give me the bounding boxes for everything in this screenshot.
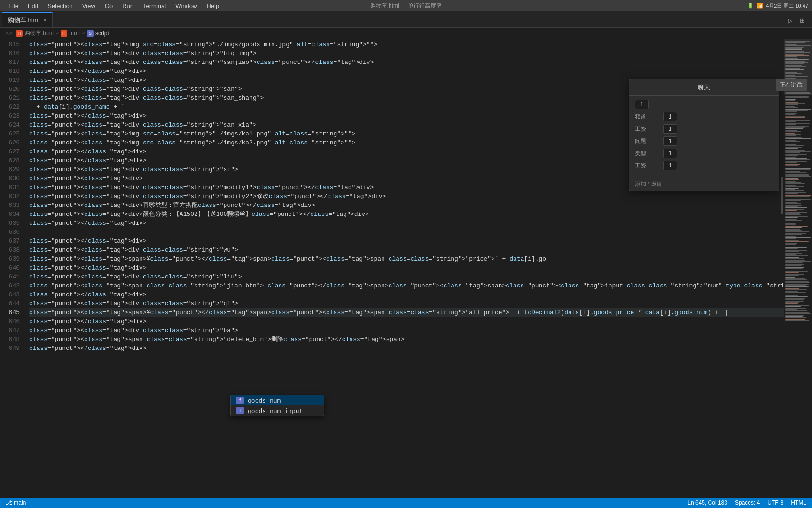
tab-bar: 购物车.html × ▷ ⊞ — [0, 11, 812, 28]
autocomplete-item-icon: f — [236, 407, 244, 414]
tab-shopping-cart[interactable]: 购物车.html × — [2, 12, 53, 27]
code-line[interactable]: class="punct"><class="tag">div class=cla… — [29, 49, 784, 58]
code-line[interactable]: class="punct"></class="tag">div> — [29, 263, 784, 272]
code-line[interactable]: class="punct"></class="tag">div> — [29, 317, 784, 326]
minimap-line — [785, 182, 801, 183]
run-button[interactable]: ▷ — [786, 14, 795, 27]
minimap-line — [785, 251, 799, 252]
code-line[interactable]: class="punct"><class="tag">img src=class… — [29, 40, 784, 49]
autocomplete-dropdown[interactable]: fgoods_numfgoods_num_input — [230, 395, 324, 416]
file-encoding[interactable]: UTF-8 — [767, 500, 783, 506]
minimap-line — [785, 130, 797, 131]
menu-go[interactable]: Go — [100, 0, 117, 11]
minimap-line — [785, 189, 795, 190]
minimap-line — [785, 219, 797, 220]
line-number: 615 — [0, 40, 20, 49]
cursor-position[interactable]: Ln 645, Col 183 — [687, 500, 727, 506]
minimap-line — [785, 127, 805, 128]
line-number: 639 — [0, 254, 20, 263]
code-line[interactable]: class="punct"></class="tag">div> — [29, 219, 784, 228]
minimap-line — [785, 275, 799, 276]
minimap-line — [785, 202, 797, 203]
minimap[interactable] — [784, 39, 812, 498]
code-line[interactable]: class="punct"><class="tag">span>¥class="… — [29, 254, 784, 263]
minimap-line — [785, 183, 805, 184]
menu-view[interactable]: View — [78, 0, 100, 11]
indentation[interactable]: Spaces: 4 — [735, 500, 760, 506]
minimap-line — [785, 143, 807, 143]
chat-label: 工资 — [635, 125, 663, 133]
line-number: 624 — [0, 120, 20, 129]
minimap-line — [785, 181, 796, 182]
code-line[interactable]: class="punct"><class="tag">div class=cla… — [29, 326, 784, 335]
code-line[interactable]: class="punct"><class="tag">div class=cla… — [29, 246, 784, 254]
minimap-line — [785, 312, 809, 313]
minimap-line — [785, 123, 810, 124]
tab-close-button[interactable]: × — [43, 17, 47, 24]
line-number: 632 — [0, 192, 20, 201]
autocomplete-item[interactable]: fgoods_num_input — [231, 405, 324, 416]
code-line[interactable]: class="punct"></class="tag">div> — [29, 344, 784, 353]
minimap-line — [785, 302, 799, 303]
code-line[interactable]: class="punct"></class="tag">div> — [29, 290, 784, 299]
code-line[interactable]: class="punct"></class="tag">div> — [29, 67, 784, 76]
code-line[interactable]: class="punct"></class="tag">div> — [29, 237, 784, 246]
breadcrumb-html[interactable]: H html — [61, 30, 80, 37]
minimap-line — [785, 131, 801, 132]
chat-header: 聊天 — [629, 79, 779, 96]
code-line[interactable]: class="punct"><class="tag">div class=cla… — [29, 272, 784, 281]
code-line[interactable] — [29, 228, 784, 237]
vertical-scrollbar[interactable] — [780, 39, 784, 498]
minimap-line — [785, 271, 808, 272]
autocomplete-item-label: goods_num_input — [248, 407, 303, 414]
line-number: 648 — [0, 335, 20, 344]
minimap-line — [785, 247, 807, 248]
minimap-line — [785, 188, 799, 189]
tab-label: 购物车.html — [8, 16, 39, 24]
minimap-line — [785, 246, 800, 246]
minimap-line — [785, 318, 806, 318]
html-file-icon: H — [16, 30, 23, 37]
code-line[interactable]: class="punct"><class="tag">div class=cla… — [29, 58, 784, 67]
minimap-line — [785, 262, 803, 263]
code-line[interactable]: class="punct"><class="tag">div>喜鬃类型：官方搭配… — [29, 201, 784, 210]
code-line[interactable]: class="punct"><class="tag">span class=cl… — [29, 335, 784, 344]
minimap-line — [785, 176, 811, 177]
language-mode[interactable]: HTML — [791, 500, 806, 506]
code-line[interactable]: class="punct"><class="tag">div class=cla… — [29, 192, 784, 201]
minimap-line — [785, 319, 805, 320]
breadcrumb: <> H 购物车.html > H html > S script — [0, 28, 812, 39]
line-number: 647 — [0, 326, 20, 335]
minimap-line — [785, 296, 808, 297]
split-editor-button[interactable]: ⊞ — [798, 14, 806, 27]
breadcrumb-file[interactable]: H 购物车.html — [16, 29, 54, 37]
minimap-line — [785, 199, 811, 200]
status-left: ⎇ main — [6, 500, 26, 506]
menu-edit[interactable]: Edit — [23, 0, 43, 11]
minimap-line — [785, 286, 809, 287]
minimap-line — [785, 172, 807, 173]
menu-terminal[interactable]: Terminal — [138, 0, 171, 11]
minimap-line — [785, 200, 801, 201]
minimap-line — [785, 212, 807, 213]
minimap-line — [785, 237, 811, 238]
menu-window[interactable]: Window — [171, 0, 202, 11]
menu-selection[interactable]: Selection — [43, 0, 77, 11]
line-number: 625 — [0, 129, 20, 138]
code-line[interactable]: class="punct"><class="tag">span class=cl… — [29, 281, 784, 290]
minimap-line — [785, 298, 805, 299]
breadcrumb-script[interactable]: S script — [87, 30, 109, 37]
minimap-line — [785, 103, 805, 104]
menu-file[interactable]: File — [4, 0, 23, 11]
code-line[interactable]: class="punct"><class="tag">div>颜色分类：【A15… — [29, 210, 784, 219]
autocomplete-item[interactable]: fgoods_num — [231, 395, 324, 405]
menu-run[interactable]: Run — [117, 0, 138, 11]
code-line[interactable]: class="punct"><class="tag">span>¥class="… — [29, 308, 784, 317]
minimap-line — [785, 114, 795, 115]
chat-footer[interactable]: 添加 / 邀请 — [629, 177, 779, 191]
scrollbar-thumb[interactable] — [781, 177, 783, 214]
minimap-line — [785, 206, 798, 207]
menu-help[interactable]: Help — [202, 0, 224, 11]
battery-indicator: 🔋 — [747, 3, 754, 9]
code-line[interactable]: class="punct"><class="tag">div class=cla… — [29, 299, 784, 308]
